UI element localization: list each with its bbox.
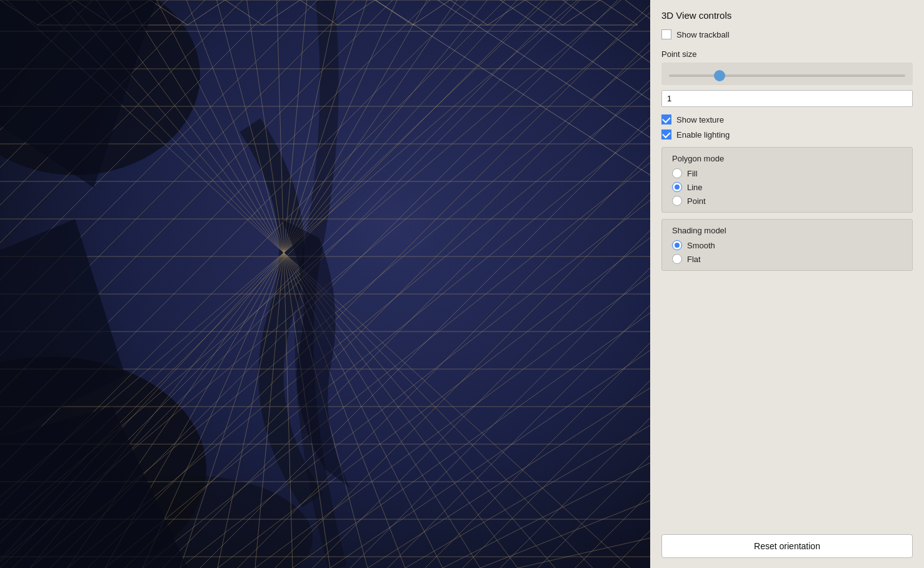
polygon-line-label: Line: [687, 183, 703, 192]
point-size-slider[interactable]: [669, 74, 905, 77]
enable-lighting-label: Enable lighting: [676, 130, 730, 139]
show-trackball-checkbox[interactable]: [661, 29, 671, 39]
shading-smooth-row: Smooth: [672, 240, 902, 250]
shading-smooth-label: Smooth: [687, 241, 715, 250]
panel-title: 3D View controls: [661, 10, 913, 21]
polygon-mode-label: Polygon mode: [672, 154, 902, 163]
shading-flat-label: Flat: [687, 255, 701, 264]
reset-orientation-button[interactable]: Reset orientation: [661, 534, 913, 558]
shading-model-label: Shading model: [672, 226, 902, 235]
enable-lighting-checkbox[interactable]: [661, 129, 671, 139]
show-trackball-label: Show trackball: [676, 30, 730, 39]
polygon-mode-group: Polygon mode Fill Line Point: [661, 147, 913, 213]
polygon-fill-row: Fill: [672, 168, 902, 178]
point-size-slider-container: [661, 63, 913, 85]
polygon-line-row: Line: [672, 182, 902, 192]
polygon-fill-label: Fill: [687, 169, 698, 178]
control-panel: 3D View controls Show trackball Point si…: [650, 0, 924, 568]
shading-model-group: Shading model Smooth Flat: [661, 219, 913, 271]
polygon-point-label: Point: [687, 196, 706, 206]
point-size-input[interactable]: [661, 90, 913, 107]
shading-smooth-radio[interactable]: [672, 240, 682, 250]
polygon-point-row: Point: [672, 196, 902, 206]
show-texture-checkbox[interactable]: [661, 114, 671, 124]
point-size-label: Point size: [661, 49, 913, 59]
polygon-point-radio[interactable]: [672, 196, 682, 206]
polygon-fill-radio[interactable]: [672, 168, 682, 178]
show-texture-label: Show texture: [676, 115, 724, 124]
shading-flat-row: Flat: [672, 254, 902, 264]
shading-flat-radio[interactable]: [672, 254, 682, 264]
polygon-line-radio[interactable]: [672, 182, 682, 192]
3d-viewport[interactable]: mesh placeholder: [0, 0, 650, 568]
